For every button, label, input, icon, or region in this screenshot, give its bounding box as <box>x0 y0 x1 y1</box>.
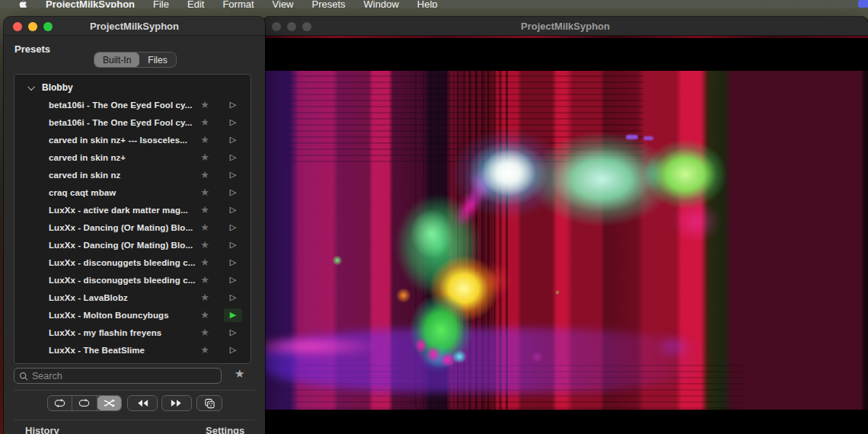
star-icon[interactable]: ★ <box>197 239 212 251</box>
play-button[interactable]: ▷ <box>224 291 242 305</box>
menubar-notification-badge[interactable] <box>858 0 868 8</box>
preset-row[interactable]: beta106i - The One Eyed Fool cy... ★ ▷ <box>14 96 251 113</box>
preset-name[interactable]: LuxXx - Dancing (Or Mating) Blo... <box>49 223 197 232</box>
settings-section-header[interactable]: Settings <box>206 425 244 434</box>
play-button[interactable]: ▷ <box>224 273 242 287</box>
preset-name[interactable]: craq caqt mbaw <box>49 188 197 197</box>
menubar-menu-item[interactable]: Format <box>222 0 254 8</box>
preset-name[interactable]: LuxXx - The BeatSlime <box>49 346 197 355</box>
preset-row[interactable]: LuxXx - The BeatSlime ★ ▷ <box>14 341 251 359</box>
window-controls <box>13 22 53 31</box>
menubar-app-name[interactable]: ProjectMilkSyphon <box>46 0 135 8</box>
preset-name[interactable]: carved in skin nz <box>49 171 197 180</box>
menubar-menu-item[interactable]: Presets <box>312 0 346 8</box>
star-icon[interactable]: ★ <box>197 169 212 180</box>
play-button[interactable]: ▷ <box>224 168 242 182</box>
play-button[interactable]: ▷ <box>224 151 242 164</box>
minimize-button[interactable] <box>28 22 37 31</box>
play-button[interactable]: ▷ <box>224 133 242 147</box>
star-icon[interactable]: ★ <box>197 309 212 321</box>
close-button-inactive[interactable] <box>272 22 281 31</box>
preset-row[interactable]: carved in skin nz ★ ▷ <box>14 166 251 183</box>
preset-titlebar[interactable]: ProjectMilkSyphon <box>4 17 265 36</box>
preset-row[interactable]: LuxXx - Dancing (Or Mating) Blo... ★ ▷ <box>14 219 251 236</box>
viz-blob-magenta-dot-d <box>529 351 544 363</box>
star-icon[interactable]: ★ <box>197 274 212 286</box>
preset-name[interactable]: carved in skin nz+ <box>49 153 197 162</box>
star-icon[interactable]: ★ <box>197 344 212 356</box>
play-button[interactable]: ▷ <box>224 238 242 252</box>
preset-name[interactable]: carved in skin nz+ --- Isosceles... <box>49 136 197 145</box>
close-button[interactable] <box>13 22 22 31</box>
menubar-menu-item[interactable]: Help <box>417 0 438 8</box>
next-preset-button[interactable] <box>161 395 192 411</box>
history-section-header[interactable]: History <box>25 425 59 434</box>
preset-row[interactable]: LuxXx - LavaBlobz ★ ▷ <box>14 289 251 306</box>
preset-row[interactable]: LuxXx - Molton Bouncybugs ★ ▶ <box>14 306 251 324</box>
preset-name[interactable]: LuxXx - disconuggets bleeding c... <box>49 276 197 285</box>
star-icon[interactable]: ★ <box>197 257 212 268</box>
preset-row[interactable]: LuxXx - disconuggets bleeding c... ★ ▷ <box>14 254 251 271</box>
play-icon: ▷ <box>230 135 236 145</box>
viz-purple-wash <box>263 71 868 410</box>
preset-row[interactable]: carved in skin nz+ --- Isosceles... ★ ▷ <box>14 131 251 148</box>
star-icon[interactable]: ★ <box>197 204 212 215</box>
star-icon[interactable]: ★ <box>197 292 212 303</box>
viz-blob-magenta-streak <box>439 167 501 244</box>
zoom-button-inactive[interactable] <box>302 22 311 31</box>
menubar-menu-item[interactable]: File <box>153 0 169 8</box>
play-button[interactable]: ▷ <box>224 221 242 235</box>
play-button[interactable]: ▷ <box>224 256 242 270</box>
cycle-button[interactable] <box>72 396 97 410</box>
visualizer-titlebar[interactable]: ProjectMilkSyphon <box>263 17 868 36</box>
tab-files[interactable]: Files <box>139 53 175 67</box>
shuffle-button[interactable] <box>97 396 121 410</box>
star-icon[interactable]: ★ <box>197 222 212 233</box>
preset-row[interactable]: LuxXx - Dancing (Or Mating) Blo... ★ ▷ <box>14 236 251 254</box>
star-icon[interactable]: ★ <box>197 187 212 198</box>
play-button[interactable]: ▷ <box>224 186 242 199</box>
preset-row[interactable]: LuxXx - my flashin freyens ★ ▷ <box>14 324 251 341</box>
preset-name[interactable]: beta106i - The One Eyed Fool cy... <box>49 118 197 127</box>
search-field[interactable] <box>14 368 222 384</box>
preset-name[interactable]: LuxXx - disconuggets bleeding c... <box>49 258 197 267</box>
play-button[interactable]: ▷ <box>224 116 242 129</box>
previous-preset-button[interactable] <box>127 395 158 411</box>
preset-name[interactable]: beta106i - The One Eyed Fool cy... <box>49 101 197 110</box>
menubar-menu-item[interactable]: Window <box>364 0 399 8</box>
preset-row[interactable]: craq caqt mbaw ★ ▷ <box>14 183 251 201</box>
repeat-button[interactable] <box>48 396 72 410</box>
preset-row[interactable]: carved in skin nz+ ★ ▷ <box>14 148 251 166</box>
star-icon[interactable]: ★ <box>197 99 212 110</box>
play-icon: ▷ <box>230 100 236 110</box>
play-button[interactable]: ▷ <box>224 203 242 217</box>
preset-name[interactable]: LuxXx - LavaBlobz <box>49 293 197 302</box>
star-icon[interactable]: ★ <box>197 152 212 163</box>
preset-name[interactable]: LuxXx - my flashin freyens <box>49 328 197 337</box>
star-icon[interactable]: ★ <box>197 134 212 145</box>
tab-built-in[interactable]: Built-In <box>94 53 139 67</box>
preset-name[interactable]: LuxXx - Dancing (Or Mating) Blo... <box>49 241 197 250</box>
minimize-button-inactive[interactable] <box>287 22 296 31</box>
menubar-menu-item[interactable]: View <box>273 0 294 8</box>
play-button[interactable]: ▷ <box>224 343 242 357</box>
star-icon[interactable]: ★ <box>197 116 212 128</box>
play-button[interactable]: ▶ <box>224 308 242 322</box>
preset-name[interactable]: LuxXx - active dark matter mag... <box>49 206 197 215</box>
play-icon: ▶ <box>230 310 236 320</box>
play-button[interactable]: ▷ <box>224 98 242 112</box>
search-input[interactable] <box>32 371 216 381</box>
star-icon[interactable]: ★ <box>197 327 212 338</box>
preset-row[interactable]: LuxXx - active dark matter mag... ★ ▷ <box>14 201 251 219</box>
play-button[interactable]: ▷ <box>224 326 242 340</box>
preset-group-row[interactable]: Blobby <box>14 79 251 96</box>
preset-row[interactable]: LuxXx - disconuggets bleeding c... ★ ▷ <box>14 271 251 289</box>
random-preset-button[interactable] <box>196 395 222 411</box>
menubar-menu-item[interactable]: Edit <box>187 0 204 8</box>
chevron-down-icon[interactable] <box>27 83 35 91</box>
preset-name[interactable]: LuxXx - Molton Bouncybugs <box>49 311 197 320</box>
zoom-button[interactable] <box>43 22 53 31</box>
preset-row[interactable]: beta106i - The One Eyed Fool cy... ★ ▷ <box>14 113 251 131</box>
apple-logo-icon[interactable] <box>18 0 27 8</box>
favorites-filter-star-icon[interactable]: ★ <box>235 367 244 381</box>
